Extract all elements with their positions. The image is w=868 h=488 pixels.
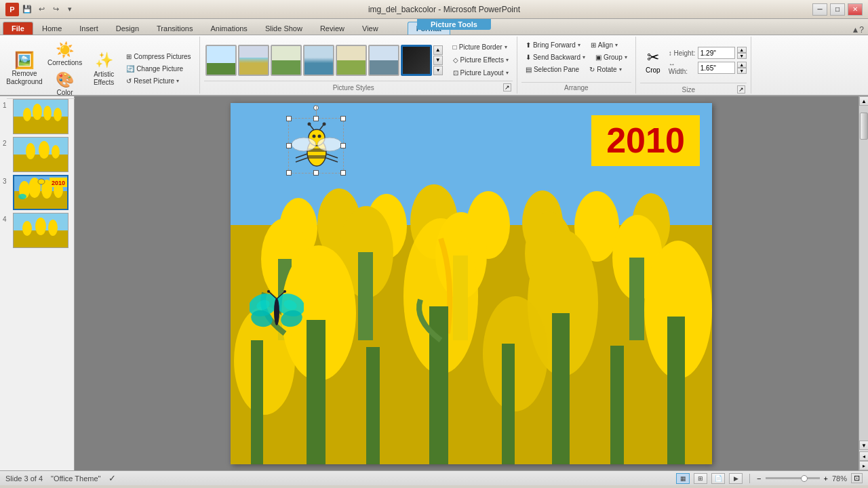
width-up-btn[interactable]: ▲: [737, 62, 747, 68]
picture-style-3[interactable]: [271, 45, 302, 76]
size-expand-btn[interactable]: ↗: [737, 85, 745, 94]
bring-forward-btn[interactable]: ⬆ Bring Forward ▾: [521, 39, 585, 51]
crop-btn[interactable]: ✂ Crop: [640, 39, 666, 83]
scroll-expand-down-btn[interactable]: ▸: [859, 461, 868, 470]
color-btn[interactable]: 🎨 Color: [44, 69, 85, 98]
rotate-btn[interactable]: ↻ Rotate ▾: [585, 64, 625, 75]
handle-bl[interactable]: [286, 170, 292, 176]
picture-style-2[interactable]: [238, 45, 269, 76]
svg-rect-73: [307, 155, 326, 159]
send-backward-icon: ⬇: [526, 54, 531, 61]
picture-style-6[interactable]: [368, 45, 399, 76]
height-input[interactable]: [698, 47, 735, 59]
slide-thumb-4[interactable]: 4: [3, 213, 71, 248]
gallery-expand-btn[interactable]: ▾: [433, 66, 443, 75]
redo-btn[interactable]: ↪: [50, 3, 62, 16]
height-down-btn[interactable]: ▼: [737, 53, 747, 59]
zoom-slider[interactable]: [766, 477, 820, 479]
slide-sorter-btn[interactable]: ⊞: [694, 473, 707, 484]
zoom-thumb[interactable]: [801, 475, 808, 482]
bring-forward-dropdown: ▾: [578, 42, 580, 48]
group-btn[interactable]: ▣ Group ▾: [591, 52, 631, 63]
reading-view-btn[interactable]: 📄: [711, 473, 725, 484]
width-input[interactable]: [698, 62, 735, 74]
change-picture-btn[interactable]: 🔄 Change Picture: [122, 63, 195, 75]
handle-br[interactable]: [340, 170, 346, 176]
scroll-thumb[interactable]: [860, 113, 868, 140]
undo-btn[interactable]: ↩: [35, 3, 47, 16]
align-btn[interactable]: ⊞ Align ▾: [587, 39, 622, 51]
tab-insert[interactable]: Insert: [71, 22, 107, 35]
ribbon-minimize-btn[interactable]: ▲: [851, 25, 859, 35]
selection-pane-btn[interactable]: ▤ Selection Pane: [521, 64, 583, 75]
svg-point-82: [323, 122, 326, 125]
picture-effects-btn[interactable]: ◇ Picture Effects ▾: [449, 54, 513, 66]
artistic-effects-btn[interactable]: ✨ Artistic Effects: [87, 49, 120, 89]
picture-style-4[interactable]: [303, 45, 334, 76]
width-down-btn[interactable]: ▼: [737, 68, 747, 74]
picture-styles-label: Picture Styles: [204, 83, 503, 92]
tab-slideshow[interactable]: Slide Show: [256, 22, 311, 35]
height-label: ↕ Height:: [669, 49, 696, 57]
gallery-scroll-up-btn[interactable]: ▲: [433, 45, 443, 55]
close-btn[interactable]: ✕: [848, 3, 863, 16]
svg-point-4: [43, 106, 52, 121]
minimize-btn[interactable]: ─: [812, 3, 827, 16]
svg-point-18: [18, 194, 26, 199]
picture-style-1[interactable]: [205, 45, 237, 76]
tab-review[interactable]: Review: [311, 22, 353, 35]
height-up-btn[interactable]: ▲: [737, 47, 747, 53]
vertical-scrollbar[interactable]: ▲ ▼ ◂ ▸: [859, 96, 868, 470]
picture-style-5[interactable]: [336, 45, 367, 76]
gallery-scroll-down-btn[interactable]: ▼: [433, 56, 443, 65]
tab-transitions[interactable]: Transitions: [148, 22, 201, 35]
scroll-expand-up-btn[interactable]: ◂: [859, 451, 868, 461]
tab-home[interactable]: Home: [33, 22, 71, 35]
scroll-down-btn[interactable]: ▼: [859, 441, 868, 450]
theme-info: "Office Theme": [51, 474, 100, 483]
normal-view-btn[interactable]: ▦: [676, 473, 690, 484]
save-quick-btn[interactable]: 💾: [21, 3, 33, 16]
handle-bm[interactable]: [313, 170, 319, 176]
svg-point-64: [274, 298, 279, 325]
remove-background-btn[interactable]: 🖼️ Remove Background: [7, 47, 42, 91]
tab-view[interactable]: View: [353, 22, 387, 35]
compress-pictures-btn[interactable]: ⊞ Compress Pictures: [122, 51, 195, 62]
slide-show-btn[interactable]: ▶: [729, 473, 743, 484]
handle-tl[interactable]: [286, 116, 292, 121]
customize-qa-btn[interactable]: ▾: [64, 3, 76, 16]
picture-style-7-selected[interactable]: [401, 45, 432, 76]
handle-mr[interactable]: [340, 143, 346, 148]
picture-styles-expand-btn[interactable]: ↗: [503, 83, 511, 92]
fit-slide-btn[interactable]: ⊡: [851, 473, 863, 483]
tab-design[interactable]: Design: [107, 22, 148, 35]
zoom-in-btn[interactable]: +: [824, 474, 828, 483]
svg-point-25: [48, 220, 58, 236]
picture-border-btn[interactable]: □ Picture Border ▾: [449, 41, 513, 53]
reset-picture-btn[interactable]: ↺ Reset Picture ▾: [122, 75, 195, 87]
spell-check-icon[interactable]: ✓: [108, 473, 116, 483]
send-backward-btn[interactable]: ⬇ Send Backward ▾: [521, 52, 589, 63]
width-spinner: ▲ ▼: [737, 62, 747, 74]
tab-animations[interactable]: Animations: [201, 22, 256, 35]
scroll-up-btn[interactable]: ▲: [859, 96, 868, 106]
help-btn[interactable]: ?: [859, 25, 864, 35]
tab-file[interactable]: File: [3, 22, 33, 35]
handle-tm[interactable]: [313, 116, 319, 121]
slide-thumb-1[interactable]: 1: [3, 99, 71, 134]
slide-info: Slide 3 of 4: [5, 474, 43, 483]
svg-rect-51: [552, 313, 570, 464]
svg-point-2: [23, 108, 31, 121]
handle-ml[interactable]: [286, 143, 292, 148]
year-text-box[interactable]: 2010: [591, 115, 700, 166]
zoom-out-btn[interactable]: −: [757, 474, 761, 483]
handle-tr[interactable]: [340, 116, 346, 121]
corrections-btn[interactable]: ☀️ Corrections: [44, 39, 85, 68]
selected-bee-container[interactable]: [288, 118, 344, 174]
slide-thumb-2[interactable]: 2: [3, 137, 71, 172]
svg-rect-45: [629, 258, 644, 340]
picture-layout-icon: ⊡: [453, 69, 458, 77]
slide-thumb-3[interactable]: 3 2010: [3, 175, 71, 210]
maximize-btn[interactable]: □: [830, 3, 845, 16]
picture-layout-btn[interactable]: ⊡ Picture Layout ▾: [449, 67, 513, 79]
